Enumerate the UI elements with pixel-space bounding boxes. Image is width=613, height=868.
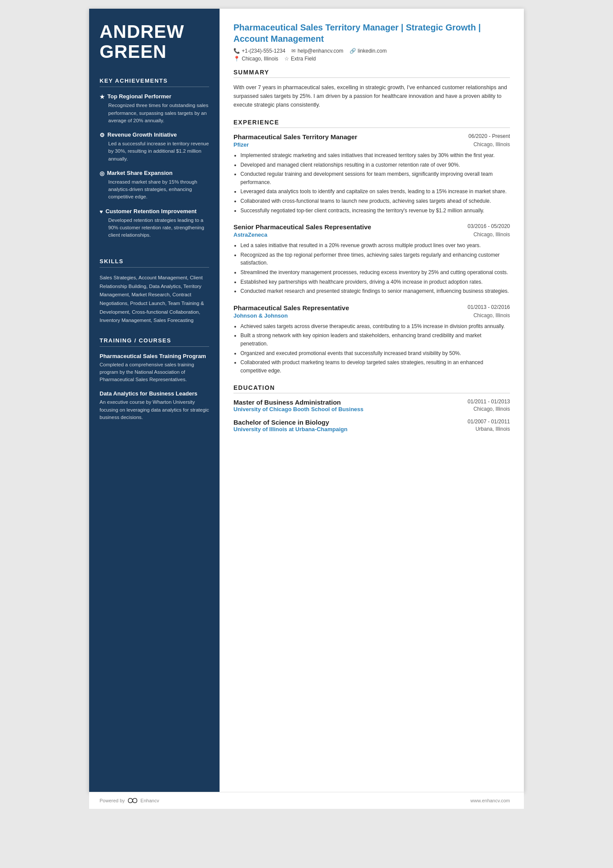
training-title: TRAINING / COURSES: [100, 337, 209, 347]
exp-item-1: Pharmaceutical Sales Territory Manager 0…: [233, 133, 510, 214]
exp-bullet-1-6: Successfully negotiated top-tier client …: [240, 207, 510, 215]
edu-degree-2: Bachelor of Science in Biology: [233, 419, 329, 426]
skills-text: Sales Strategies, Account Management, Cl…: [100, 274, 209, 325]
page-footer: Powered by Enhancv www.enhancv.com: [89, 792, 524, 809]
exp-date-1: 06/2020 - Present: [469, 133, 510, 139]
contact-row-2: 📍 Chicago, Illinois ☆ Extra Field: [233, 56, 510, 62]
education-section: EDUCATION Master of Business Administrat…: [233, 384, 510, 432]
footer-right: www.enhancv.com: [470, 798, 510, 803]
exp-bullets-1: Implemented strategic marketing and sale…: [233, 151, 510, 214]
star-extra-icon: ☆: [284, 56, 289, 62]
edu-degree-1: Master of Business Administration: [233, 399, 341, 406]
exp-company-2: AstraZeneca: [233, 231, 267, 238]
summary-text: With over 7 years in pharmaceutical sale…: [233, 83, 510, 109]
location-text: Chicago, Illinois: [242, 56, 278, 62]
summary-title: SUMMARY: [233, 69, 510, 78]
achievements-title: KEY ACHIEVEMENTS: [100, 77, 209, 87]
edu-location-1: Chicago, Illinois: [473, 406, 510, 412]
exp-bullet-1-2: Developed and managed client relationshi…: [240, 161, 510, 169]
email-icon: ✉: [291, 48, 296, 54]
edu-school-2: University of Illinois at Urbana-Champai…: [233, 426, 347, 432]
achievement-title-1: ★ Top Regional Performer: [100, 93, 209, 100]
exp-item-2: Senior Pharmaceutical Sales Representati…: [233, 223, 510, 295]
exp-item-3: Pharmaceutical Sales Representative 01/2…: [233, 304, 510, 375]
edu-school-1: University of Chicago Booth School of Bu…: [233, 406, 363, 412]
email-item: ✉ help@enhancv.com: [291, 48, 343, 54]
phone-icon: 📞: [233, 48, 240, 54]
achievement-title-2: ⚙ Revenue Growth Initiative: [100, 131, 209, 138]
edu-item-1: Master of Business Administration 01/201…: [233, 399, 510, 412]
sidebar: ANDREW GREEN KEY ACHIEVEMENTS ★ Top Regi…: [89, 9, 220, 792]
enhancv-logo-icon: [127, 798, 138, 804]
exp-header-2: Senior Pharmaceutical Sales Representati…: [233, 223, 510, 231]
name-section: ANDREW GREEN: [100, 22, 209, 62]
email-text: help@enhancv.com: [297, 48, 343, 54]
link-icon: 🔗: [350, 48, 356, 54]
edu-item-2: Bachelor of Science in Biology 01/2007 -…: [233, 419, 510, 432]
phone-text: +1-(234)-555-1234: [242, 48, 285, 54]
edu-date-1: 01/2011 - 01/2013: [468, 399, 510, 405]
linkedin-text: linkedin.com: [358, 48, 387, 54]
exp-company-row-2: AstraZeneca Chicago, Illinois: [233, 231, 510, 238]
exp-header-1: Pharmaceutical Sales Territory Manager 0…: [233, 133, 510, 141]
experience-title: EXPERIENCE: [233, 119, 510, 128]
exp-company-3: Johnson & Johnson: [233, 312, 288, 319]
exp-company-row-3: Johnson & Johnson Chicago, Illinois: [233, 312, 510, 319]
achievement-item-4: ♥ Customer Retention Improvement Develop…: [100, 208, 209, 239]
training-desc-2: An executive course by Wharton Universit…: [100, 399, 209, 421]
target-icon: ◎: [100, 170, 104, 177]
exp-company-row-1: Pfizer Chicago, Illinois: [233, 141, 510, 148]
achievement-item-2: ⚙ Revenue Growth Initiative Led a succes…: [100, 131, 209, 163]
exp-location-2: Chicago, Illinois: [473, 231, 510, 238]
training-item-1: Pharmaceutical Sales Training Program Co…: [100, 353, 209, 384]
exp-bullet-1-5: Collaborated with cross-functional teams…: [240, 197, 510, 205]
job-title: Pharmaceutical Sales Territory Manager |…: [233, 22, 510, 44]
exp-bullet-1-3: Conducted regular training and developme…: [240, 170, 510, 186]
heart-icon: ♥: [100, 208, 103, 215]
powered-by-text: Powered by: [100, 798, 125, 803]
location-item: 📍 Chicago, Illinois: [233, 56, 278, 62]
edu-date-2: 01/2007 - 01/2011: [468, 419, 510, 425]
exp-bullet-1-4: Leveraged data analytics tools to identi…: [240, 188, 510, 196]
edu-school-row-1: University of Chicago Booth School of Bu…: [233, 406, 510, 412]
exp-location-3: Chicago, Illinois: [473, 312, 510, 319]
job-title-section: Pharmaceutical Sales Territory Manager |…: [233, 22, 510, 62]
exp-title-1: Pharmaceutical Sales Territory Manager: [233, 133, 357, 141]
exp-bullet-1-1: Implemented strategic marketing and sale…: [240, 151, 510, 160]
candidate-name: ANDREW GREEN: [100, 22, 209, 62]
achievement-title-3: ◎ Market Share Expansion: [100, 170, 209, 177]
achievement-desc-3: Increased market share by 15% through an…: [100, 178, 209, 201]
exp-bullets-2: Led a sales initiative that resulted in …: [233, 241, 510, 295]
exp-date-2: 03/2016 - 05/2020: [468, 223, 510, 229]
exp-header-3: Pharmaceutical Sales Representative 01/2…: [233, 304, 510, 312]
edu-school-row-2: University of Illinois at Urbana-Champai…: [233, 426, 510, 432]
training-item-2: Data Analytics for Business Leaders An e…: [100, 390, 209, 421]
star-icon: ★: [100, 94, 105, 100]
education-title: EDUCATION: [233, 384, 510, 393]
contact-row-1: 📞 +1-(234)-555-1234 ✉ help@enhancv.com 🔗…: [233, 48, 510, 54]
exp-bullet-2-1: Led a sales initiative that resulted in …: [240, 241, 510, 250]
phone-item: 📞 +1-(234)-555-1234: [233, 48, 285, 54]
exp-bullet-3-3: Organized and executed promotional event…: [240, 349, 510, 358]
achievement-item-3: ◎ Market Share Expansion Increased marke…: [100, 170, 209, 201]
achievement-desc-1: Recognized three times for outstanding s…: [100, 102, 209, 124]
achievement-desc-2: Led a successful increase in territory r…: [100, 140, 209, 163]
achievements-section: KEY ACHIEVEMENTS ★ Top Regional Performe…: [100, 77, 209, 246]
exp-bullet-2-3: Streamlined the inventory management pro…: [240, 268, 510, 277]
linkedin-item: 🔗 linkedin.com: [350, 48, 387, 54]
exp-location-1: Chicago, Illinois: [473, 141, 510, 148]
training-title-1: Pharmaceutical Sales Training Program: [100, 353, 209, 359]
edu-header-2: Bachelor of Science in Biology 01/2007 -…: [233, 419, 510, 426]
extra-field-item: ☆ Extra Field: [284, 56, 316, 62]
skills-title: SKILLS: [100, 258, 209, 268]
exp-title-3: Pharmaceutical Sales Representative: [233, 304, 349, 312]
main-content: Pharmaceutical Sales Territory Manager |…: [220, 9, 524, 792]
exp-bullet-2-4: Established key partnerships with health…: [240, 278, 510, 286]
exp-title-2: Senior Pharmaceutical Sales Representati…: [233, 223, 371, 231]
footer-left: Powered by Enhancv: [100, 798, 159, 804]
experience-section: EXPERIENCE Pharmaceutical Sales Territor…: [233, 119, 510, 375]
location-icon: 📍: [233, 56, 240, 62]
exp-bullet-3-1: Achieved sales targets across diverse th…: [240, 322, 510, 331]
training-section: TRAINING / COURSES Pharmaceutical Sales …: [100, 337, 209, 429]
extra-field-text: Extra Field: [291, 56, 316, 62]
